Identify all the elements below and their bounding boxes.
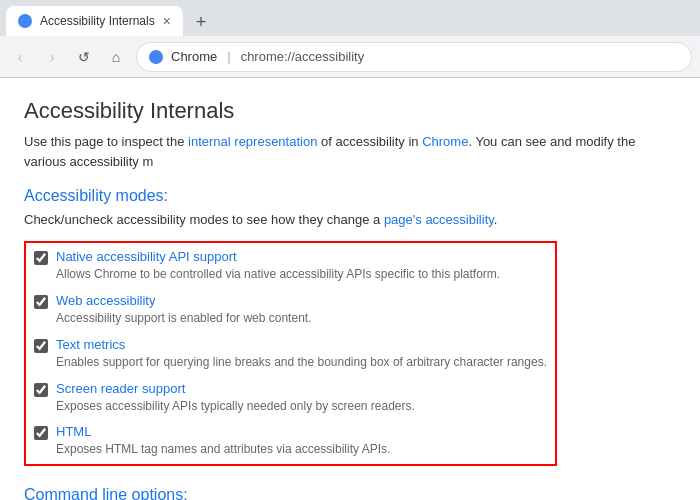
mode-name: Screen reader support — [56, 381, 415, 396]
active-tab[interactable]: Accessibility Internals × — [6, 6, 183, 36]
modes-section-heading: Accessibility modes: — [24, 187, 676, 205]
page-title: Accessibility Internals — [24, 98, 676, 124]
forward-button[interactable]: › — [40, 45, 64, 69]
mode-info: Native accessibility API supportAllows C… — [56, 249, 500, 283]
mode-name: HTML — [56, 424, 390, 439]
home-button[interactable]: ⌂ — [104, 45, 128, 69]
mode-checkbox-0[interactable] — [34, 251, 48, 265]
mode-name: Text metrics — [56, 337, 547, 352]
mode-desc: Allows Chrome to be controlled via nativ… — [56, 266, 500, 283]
url-site: Chrome — [171, 49, 217, 64]
address-bar: ‹ › ↺ ⌂ Chrome | chrome://accessibility — [0, 36, 700, 78]
mode-checkbox-1[interactable] — [34, 295, 48, 309]
intro-before: Check/uncheck accessibility modes to see… — [24, 212, 384, 227]
mode-checkbox-2[interactable] — [34, 339, 48, 353]
mode-info: Text metricsEnables support for querying… — [56, 337, 547, 371]
url-path: chrome://accessibility — [241, 49, 365, 64]
url-separator: | — [227, 49, 230, 64]
url-favicon — [149, 50, 163, 64]
url-bar[interactable]: Chrome | chrome://accessibility — [136, 42, 692, 72]
intro-after: . — [494, 212, 498, 227]
page-description: Use this page to inspect the internal re… — [24, 132, 676, 171]
back-button[interactable]: ‹ — [8, 45, 32, 69]
mode-checkbox-4[interactable] — [34, 426, 48, 440]
mode-checkbox-3[interactable] — [34, 383, 48, 397]
close-tab-button[interactable]: × — [163, 14, 171, 28]
desc-text-before: Use this page to inspect the — [24, 134, 188, 149]
browser-frame: Accessibility Internals × + ‹ › ↺ ⌂ Chro… — [0, 0, 700, 500]
tab-bar: Accessibility Internals × + — [0, 0, 700, 36]
mode-desc: Exposes accessibility APIs typically nee… — [56, 398, 415, 415]
tab-favicon — [18, 14, 32, 28]
reload-button[interactable]: ↺ — [72, 45, 96, 69]
command-section-heading: Command line options: — [24, 486, 676, 500]
modes-intro: Check/uncheck accessibility modes to see… — [24, 211, 676, 229]
mode-item: Native accessibility API supportAllows C… — [34, 249, 547, 283]
mode-desc: Accessibility support is enabled for web… — [56, 310, 311, 327]
mode-item: HTMLExposes HTML tag names and attribute… — [34, 424, 547, 458]
mode-info: Web accessibilityAccessibility support i… — [56, 293, 311, 327]
accessibility-modes-list: Native accessibility API supportAllows C… — [24, 241, 557, 466]
mode-info: Screen reader supportExposes accessibili… — [56, 381, 415, 415]
mode-item: Screen reader supportExposes accessibili… — [34, 381, 547, 415]
internal-rep-link[interactable]: internal representation — [188, 134, 317, 149]
page-content: Accessibility Internals Use this page to… — [0, 78, 700, 500]
chrome-link[interactable]: Chrome — [422, 134, 468, 149]
new-tab-button[interactable]: + — [187, 8, 215, 36]
mode-item: Text metricsEnables support for querying… — [34, 337, 547, 371]
mode-name: Native accessibility API support — [56, 249, 500, 264]
tab-title: Accessibility Internals — [40, 14, 155, 28]
mode-desc: Enables support for querying line breaks… — [56, 354, 547, 371]
mode-name: Web accessibility — [56, 293, 311, 308]
mode-desc: Exposes HTML tag names and attributes vi… — [56, 441, 390, 458]
desc-text-mid1: of accessibility in — [317, 134, 422, 149]
mode-item: Web accessibilityAccessibility support i… — [34, 293, 547, 327]
page-accessibility-link[interactable]: page's accessibility — [384, 212, 494, 227]
mode-info: HTMLExposes HTML tag names and attribute… — [56, 424, 390, 458]
